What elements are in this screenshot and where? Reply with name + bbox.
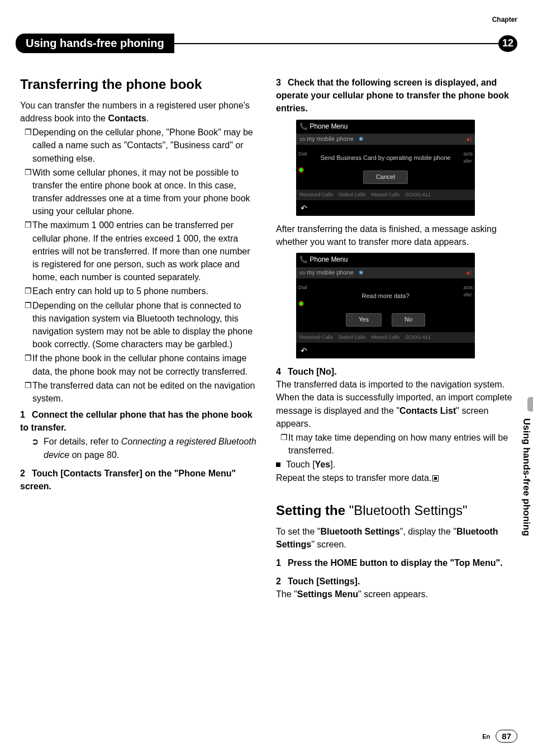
- bullet-icon: ❐: [20, 299, 32, 311]
- no-button[interactable]: No: [392, 313, 425, 327]
- right-column: 3Check that the following screen is disp…: [276, 73, 513, 711]
- tab-missed: Missed Calls: [371, 334, 399, 341]
- dial-label: Dial: [298, 284, 307, 291]
- bt-step-1: 1Press the HOME button to display the "T…: [276, 556, 513, 569]
- bullet-text: With some cellular phones, it may not be…: [32, 166, 257, 218]
- device-icon: ▭: [299, 269, 305, 276]
- bullet-text: It may take time depending on how many e…: [288, 431, 513, 457]
- back-icon[interactable]: ↶: [296, 343, 475, 358]
- chapter-bar: Using hands-free phoning 12: [16, 34, 517, 53]
- tab-goog411: GOOG-411: [405, 191, 431, 199]
- bullet-text: The transferred data can not be edited o…: [32, 379, 257, 405]
- ss-title: Phone Menu: [310, 256, 348, 263]
- bullet-text: Depending on the cellular phone, "Phone …: [32, 126, 257, 165]
- square-bullet-icon: [276, 462, 280, 467]
- bullet-icon: ❐: [20, 352, 32, 364]
- chapter-label: Chapter: [492, 16, 517, 23]
- side-tab-accent: [527, 397, 533, 412]
- bullet-text: Each entry can hold up to 5 phone number…: [32, 285, 257, 297]
- cancel-button[interactable]: Cancel: [363, 171, 408, 184]
- section-heading-bluetooth: Setting the "Bluetooth Settings": [276, 501, 513, 521]
- section-heading-transferring: Transferring the phone book: [20, 75, 257, 94]
- bullet-text: Depending on the cellular phone that is …: [32, 299, 257, 351]
- screenshot-read-more: 📞 Phone Menu ▭ my mobile phone ✱ ∎| Dial…: [296, 253, 475, 358]
- bt-step-2-p: The "Settings Menu" screen appears.: [276, 588, 513, 601]
- arrow-icon: ➲: [31, 435, 44, 461]
- lang-label: En: [482, 733, 490, 740]
- end-mark-icon: [432, 475, 439, 481]
- chapter-line: [173, 43, 498, 44]
- touch-yes-p: Repeat the steps to transfer more data.: [276, 471, 513, 484]
- screenshot-send-card: 📞 Phone Menu ▭ my mobile phone ✱ ∎| Dial…: [296, 120, 475, 216]
- bullet-icon: ❐: [20, 379, 32, 391]
- bullet-icon: ❐: [276, 431, 288, 443]
- yes-button[interactable]: Yes: [346, 313, 382, 327]
- bullet-icon: ❐: [20, 219, 32, 231]
- device-icon: ▭: [299, 135, 305, 142]
- bullet-list: ❐Depending on the cellular phone, "Phone…: [20, 126, 257, 405]
- bullet-text: If the phone book in the cellular phone …: [32, 352, 257, 377]
- tab-goog411: GOOG-411: [405, 334, 431, 341]
- status-dot-icon: [298, 167, 304, 173]
- step-2: 2Touch [Contacts Transfer] on the "Phone…: [20, 467, 257, 493]
- tab-dialed: Dialed Calls: [339, 334, 365, 341]
- bullet-icon: ❐: [20, 285, 32, 297]
- tab-received: Received Calls: [299, 191, 333, 199]
- device-name: my mobile phone: [307, 135, 354, 142]
- tab-received: Received Calls: [299, 334, 333, 341]
- dial-label: Dial: [298, 150, 307, 158]
- back-icon[interactable]: ↶: [296, 200, 475, 216]
- after-ss1-text: After transferring the data is finished,…: [276, 223, 513, 248]
- step-3: 3Check that the following screen is disp…: [276, 76, 513, 115]
- bullet-icon: ❐: [20, 166, 32, 178]
- bluetooth-icon: ✱: [359, 136, 363, 142]
- device-name: my mobile phone: [307, 269, 354, 276]
- signal-icon: ∎|: [466, 268, 472, 277]
- touch-yes: Touch [Yes].: [276, 458, 513, 471]
- left-column: Transferring the phone book You can tran…: [20, 73, 257, 711]
- tab-dialed: Dialed Calls: [339, 191, 365, 199]
- bluetooth-icon: ✱: [359, 270, 363, 276]
- bullet-text: The maximum 1 000 entries can be transfe…: [32, 219, 257, 284]
- intro-paragraph: You can transfer the numbers in a regist…: [20, 99, 257, 125]
- tab-missed: Missed Calls: [371, 191, 399, 199]
- step-4: 4Touch [No].: [276, 365, 513, 378]
- page-number: 87: [496, 730, 517, 743]
- page-footer: En 87: [482, 730, 517, 743]
- bullet-icon: ❐: [20, 126, 32, 138]
- ss-title: Phone Menu: [310, 122, 348, 130]
- bt-intro: To set the "Bluetooth Settings", display…: [276, 525, 513, 551]
- dialog-message: Send Business Card by operating mobile p…: [301, 150, 470, 166]
- phone-icon: 📞: [299, 256, 308, 263]
- phone-icon: 📞: [299, 122, 308, 130]
- bt-step-2: 2Touch [Settings].: [276, 575, 513, 588]
- chapter-number: 12: [498, 35, 517, 52]
- step-4-p1: The transferred data is imported to the …: [276, 378, 513, 391]
- signal-icon: ∎|: [466, 135, 472, 144]
- step-4-p2: When the data is successfully imported, …: [276, 391, 513, 430]
- chapter-title: Using hands-free phoning: [16, 34, 174, 53]
- dialog-message: Read more data?: [301, 284, 470, 309]
- step-1-sub: ➲ For details, refer to Connecting a reg…: [20, 435, 257, 461]
- side-tab: Using hands-free phoning: [521, 418, 532, 536]
- status-dot-icon: [298, 301, 304, 306]
- step-1: 1Connect the cellular phone that has the…: [20, 408, 257, 434]
